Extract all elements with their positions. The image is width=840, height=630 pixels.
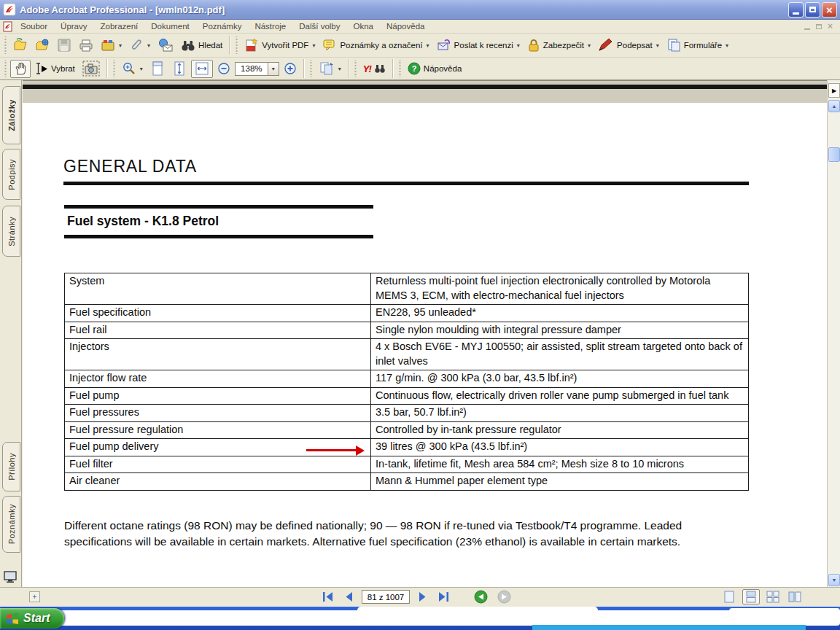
toolbar-gripper[interactable] xyxy=(4,36,7,54)
toolbar-gripper[interactable] xyxy=(112,60,116,77)
tab-pages[interactable]: Stránky xyxy=(2,206,20,257)
minimize-button[interactable] xyxy=(788,2,804,18)
menu-upravy[interactable]: Úpravy xyxy=(55,21,93,31)
fit-height-button[interactable] xyxy=(169,60,190,78)
close-button[interactable]: × xyxy=(822,2,837,18)
spec-label: Fuel specification xyxy=(65,305,371,322)
search-label: Hledat xyxy=(198,41,222,50)
continuous-page-button[interactable] xyxy=(742,589,760,604)
menu-dokument[interactable]: Dokument xyxy=(145,21,195,31)
menu-soubor[interactable]: Soubor xyxy=(15,21,53,31)
snapshot-tool-button[interactable] xyxy=(79,60,103,78)
tab-signatures[interactable]: Podpisy xyxy=(2,149,20,200)
status-expand-button[interactable]: + xyxy=(29,591,40,602)
attach-button[interactable]: ▾ xyxy=(126,36,153,55)
doc-minimize-icon[interactable] xyxy=(804,28,810,30)
last-page-button[interactable] xyxy=(435,589,452,604)
previous-page-button[interactable] xyxy=(341,589,358,604)
zoom-out-button[interactable] xyxy=(214,60,233,78)
forms-button[interactable]: Formuláře ▾ xyxy=(664,36,731,55)
email-button[interactable] xyxy=(155,36,176,55)
open-button[interactable] xyxy=(10,36,31,55)
help-icon: ? xyxy=(408,62,421,75)
fit-page-button[interactable] xyxy=(147,60,168,78)
open-web-button[interactable] xyxy=(32,36,52,55)
help-button[interactable]: ? Nápověda xyxy=(405,60,464,78)
screen-icon[interactable] xyxy=(3,570,18,583)
send-review-button[interactable]: Poslat k recenzi ▾ xyxy=(434,36,523,55)
next-page-icon xyxy=(417,591,427,602)
single-page-button[interactable] xyxy=(720,589,738,604)
facing-pages-icon xyxy=(788,591,801,603)
zoom-dropdown-arrow[interactable]: ▾ xyxy=(268,62,279,76)
menu-napoveda[interactable]: Nápověda xyxy=(381,21,430,31)
table-row: Fuel specification EN228, 95 unleaded* xyxy=(65,305,749,322)
page-number-input[interactable] xyxy=(362,590,410,604)
comments-button[interactable]: Poznámky a označení ▾ xyxy=(319,36,432,55)
save-button[interactable] xyxy=(54,36,74,55)
tab-attachments[interactable]: Přílohy xyxy=(2,442,20,491)
zoom-input[interactable] xyxy=(235,62,268,76)
search-button[interactable]: Hledat xyxy=(178,36,225,55)
zoom-in-tool-button[interactable]: ▾ xyxy=(119,60,146,78)
dropdown-arrow-icon: ▾ xyxy=(338,66,341,72)
continuous-facing-button[interactable] xyxy=(764,589,782,604)
forward-circle-icon xyxy=(497,590,511,604)
taskbar-strip xyxy=(532,625,806,630)
next-page-button[interactable] xyxy=(413,589,431,604)
menu-okna[interactable]: Okna xyxy=(348,21,380,31)
toolbar-gripper[interactable] xyxy=(354,60,357,77)
doc-restore-icon[interactable] xyxy=(816,24,822,29)
scrollbar-thumb[interactable] xyxy=(828,147,840,162)
scroll-up-arrow[interactable]: ▲ xyxy=(828,100,840,112)
toolbar-separator xyxy=(303,59,304,78)
secure-button[interactable]: Zabezpečit ▾ xyxy=(524,36,594,55)
taskbar-whiteout xyxy=(51,610,788,626)
menu-poznamky[interactable]: Poznámky xyxy=(197,21,248,31)
dropdown-arrow-icon: ▾ xyxy=(140,66,143,72)
print-button[interactable] xyxy=(76,36,96,55)
menu-zobrazeni[interactable]: Zobrazení xyxy=(95,21,144,31)
go-back-button[interactable] xyxy=(472,589,489,604)
fit-width-button[interactable] xyxy=(191,60,213,78)
yahoo-search-button[interactable]: Y! xyxy=(360,60,389,78)
dropdown-arrow-icon: ▾ xyxy=(119,42,122,49)
page-navigation xyxy=(319,589,513,604)
start-button[interactable]: Start xyxy=(0,608,64,629)
menu-dalsi-volby[interactable]: Další volby xyxy=(293,21,346,31)
sign-button[interactable]: Podepsat ▾ xyxy=(595,36,662,55)
toolbar-gripper[interactable] xyxy=(309,60,313,77)
scroll-down-arrow[interactable]: ▼ xyxy=(828,574,840,586)
toolbar-gripper[interactable] xyxy=(4,60,7,77)
pane-handle-button[interactable]: ▶ xyxy=(828,83,840,98)
zoom-in-button[interactable] xyxy=(281,60,300,78)
workspace: Záložky Podpisy Stránky Přílohy Poznámky… xyxy=(0,80,840,587)
facing-pages-button[interactable] xyxy=(786,589,804,604)
create-pdf-button[interactable]: Vytvořit PDF ▾ xyxy=(241,36,318,55)
menu-nastroje[interactable]: Nástroje xyxy=(249,21,292,31)
review-label: Poslat k recenzi xyxy=(454,41,513,50)
vertical-scrollbar[interactable]: ▶ ▲ ▼ xyxy=(827,80,840,587)
tab-comments[interactable]: Poznámky xyxy=(2,496,20,553)
spec-value: Single nylon moulding with integral pres… xyxy=(371,322,749,339)
spec-table: System Returnless multi-point fuel injec… xyxy=(64,273,749,491)
first-page-button[interactable] xyxy=(319,589,337,604)
previous-page-icon xyxy=(344,591,354,602)
tab-bookmarks[interactable]: Záložky xyxy=(2,86,20,144)
heading-rule xyxy=(63,182,749,185)
doc-close-icon[interactable]: × xyxy=(828,21,833,31)
create-pdf-icon xyxy=(244,38,259,52)
document-viewport[interactable]: GENERAL DATA Fuel system - K1.8 Petrol S… xyxy=(23,80,827,587)
dropdown-arrow-icon: ▾ xyxy=(312,42,315,49)
toolbar-gripper[interactable] xyxy=(398,60,402,77)
select-tool-button[interactable]: Vybrat xyxy=(32,60,78,78)
restore-button[interactable] xyxy=(805,2,820,18)
page-layout-button[interactable]: ▾ xyxy=(316,60,344,78)
toolbar-gripper[interactable] xyxy=(235,36,238,54)
go-forward-button[interactable] xyxy=(495,589,513,604)
hand-tool-button[interactable] xyxy=(10,60,31,78)
spec-value: In-tank, lifetime fit, Mesh area 584 cm²… xyxy=(371,456,749,473)
help-label: Nápověda xyxy=(424,64,462,73)
continuous-facing-icon xyxy=(766,591,779,603)
organizer-button[interactable]: ▾ xyxy=(98,36,125,55)
